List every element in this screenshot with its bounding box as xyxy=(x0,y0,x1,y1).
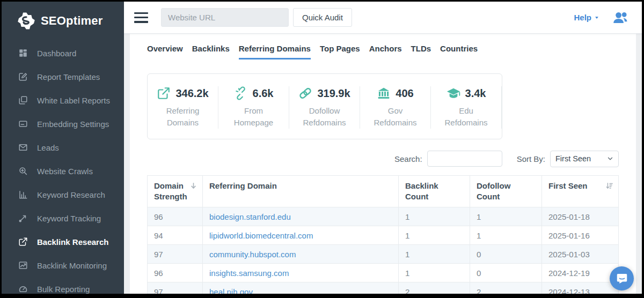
search-label: Search: xyxy=(394,154,422,163)
column-header[interactable]: First Seen xyxy=(542,175,619,207)
card-icon xyxy=(18,119,28,129)
sidebar-item[interactable]: Keyword Research xyxy=(2,183,124,206)
dofollow-count-cell: 0 xyxy=(470,264,542,282)
referring-domain-link[interactable]: biodesign.stanford.edu xyxy=(209,212,291,221)
seoptimer-gear-icon xyxy=(17,11,36,31)
stat-value: 3.4k xyxy=(465,87,486,100)
column-header-label: Dofollow Count xyxy=(477,181,510,201)
users-icon[interactable] xyxy=(611,10,629,25)
sidebar: SEOptimer Dashboard Report Templates Whi… xyxy=(2,2,124,294)
stat-value: 346.2k xyxy=(175,87,208,100)
referring-domain-link[interactable]: heal.nih.gov xyxy=(209,287,253,294)
tab-label: TLDs xyxy=(411,44,431,53)
table-row: 97 community.hubspot.com 1 0 2025-01-03 xyxy=(148,245,619,264)
help-menu[interactable]: Help xyxy=(574,13,599,22)
website-url-input[interactable] xyxy=(161,8,289,27)
domain-strength-cell: 96 xyxy=(148,207,203,226)
first-seen-cell: 2024-12-19 xyxy=(542,264,619,282)
line-chart-icon xyxy=(18,260,28,270)
sidebar-item[interactable]: Bulk Reporting xyxy=(2,277,124,298)
stat-label: Edu Refdomains xyxy=(434,105,498,129)
stat-value: 319.9k xyxy=(317,87,350,100)
content-background: Overview Backlinks Referring Domains Top… xyxy=(124,34,642,294)
hamburger-menu-icon[interactable] xyxy=(134,12,148,23)
chat-launcher-button[interactable] xyxy=(610,266,634,290)
sidebar-item[interactable]: Report Templates xyxy=(2,65,124,88)
stat-card: 6.6k From Homepage xyxy=(218,86,289,129)
report-tabs: Overview Backlinks Referring Domains Top… xyxy=(147,44,619,59)
tab[interactable]: Referring Domains xyxy=(239,44,311,59)
stat-value: 406 xyxy=(396,87,413,100)
tab[interactable]: Countries xyxy=(440,44,478,59)
first-seen-cell: 2025-01-18 xyxy=(542,207,619,226)
domain-strength-cell: 96 xyxy=(148,264,203,282)
sort-by-value: First Seen xyxy=(555,154,591,163)
sidebar-item[interactable]: Backlink Research xyxy=(2,230,124,254)
external-link-icon xyxy=(18,237,28,247)
sidebar-item[interactable]: Backlink Monitoring xyxy=(2,254,124,277)
stat-label: Dofollow Refdomains xyxy=(292,105,356,129)
help-label: Help xyxy=(574,13,591,22)
sidebar-item-label: Keyword Research xyxy=(37,190,105,199)
sidebar-item[interactable]: Embedding Settings xyxy=(2,112,124,136)
sidebar-item-label: Backlink Monitoring xyxy=(37,261,107,270)
column-header-label: First Seen xyxy=(548,181,588,190)
stat-card: 319.9k Dofollow Refdomains xyxy=(289,86,360,129)
stats-summary: 346.2k Referring Domains 6.6k From Homep… xyxy=(147,73,502,139)
sidebar-item-label: Bulk Reporting xyxy=(37,285,90,294)
tab-label: Referring Domains xyxy=(239,44,311,53)
column-header-label: Domain Strength xyxy=(154,181,187,201)
first-seen-cell: 2024-12-13 xyxy=(542,282,619,294)
chevron-down-icon xyxy=(607,155,613,162)
column-header[interactable]: Dofollow Count xyxy=(470,175,542,207)
sidebar-item-label: Website Crawls xyxy=(37,167,93,176)
no-icon[interactable] xyxy=(385,182,393,190)
stat-label: Gov Refdomains xyxy=(363,105,427,129)
stat-label: Referring Domains xyxy=(151,105,215,129)
tab[interactable]: Top Pages xyxy=(320,44,360,59)
bar-chart-icon xyxy=(18,190,28,199)
backlink-count-cell: 2 xyxy=(399,282,470,294)
content-card: Overview Backlinks Referring Domains Top… xyxy=(130,34,636,294)
tab[interactable]: Backlinks xyxy=(192,44,230,59)
backlink-count-cell: 1 xyxy=(399,226,470,245)
stat-card: 346.2k Referring Domains xyxy=(148,86,218,129)
referring-domains-table: Domain Strength Referring Domain Backlin… xyxy=(147,175,619,294)
tab[interactable]: TLDs xyxy=(411,44,431,59)
stat-label: From Homepage xyxy=(222,105,286,129)
chat-bubble-icon xyxy=(616,272,628,285)
dofollow-count-cell: 1 xyxy=(470,226,542,245)
no-icon[interactable] xyxy=(457,182,465,190)
sidebar-item[interactable]: Dashboard xyxy=(2,41,124,65)
external-link-icon xyxy=(157,86,171,100)
sort-by-label: Sort By: xyxy=(517,154,545,163)
column-header-label: Backlink Count xyxy=(405,181,438,201)
sidebar-item[interactable]: Keyword Tracking xyxy=(2,206,124,230)
column-header-label: Referring Domain xyxy=(209,181,277,190)
no-icon[interactable] xyxy=(529,182,537,190)
column-header[interactable]: Domain Strength xyxy=(148,175,203,207)
first-seen-cell: 2025-01-03 xyxy=(542,245,619,264)
table-search-input[interactable] xyxy=(427,151,502,167)
referring-domain-link[interactable]: community.hubspot.com xyxy=(209,250,296,259)
referring-domain-link[interactable]: lipidworld.biomedcentral.com xyxy=(209,231,313,240)
domain-strength-cell: 94 xyxy=(148,226,203,245)
tab[interactable]: Overview xyxy=(147,44,183,59)
sidebar-item[interactable]: White Label Reports xyxy=(2,88,124,112)
column-header[interactable]: Backlink Count xyxy=(399,175,470,207)
quick-audit-button[interactable]: Quick Audit xyxy=(293,8,352,27)
sidebar-item[interactable]: Leads xyxy=(2,136,124,159)
broken-link-icon xyxy=(234,86,248,100)
referring-domain-link[interactable]: insights.samsung.com xyxy=(209,269,289,278)
tab[interactable]: Anchors xyxy=(369,44,402,59)
brand-logo[interactable]: SEOptimer xyxy=(2,2,124,38)
column-header[interactable]: Referring Domain xyxy=(203,175,399,207)
sort-amount-icon[interactable] xyxy=(605,182,613,190)
domain-strength-cell: 97 xyxy=(148,282,203,294)
trend-arrow-icon xyxy=(18,213,28,223)
sidebar-item[interactable]: Website Crawls xyxy=(2,159,124,183)
sort-down-icon[interactable] xyxy=(189,182,197,190)
table-row: 97 heal.nih.gov 2 2 2024-12-13 xyxy=(148,282,619,294)
caret-down-icon xyxy=(594,15,599,20)
sort-by-select[interactable]: First Seen xyxy=(550,151,619,167)
